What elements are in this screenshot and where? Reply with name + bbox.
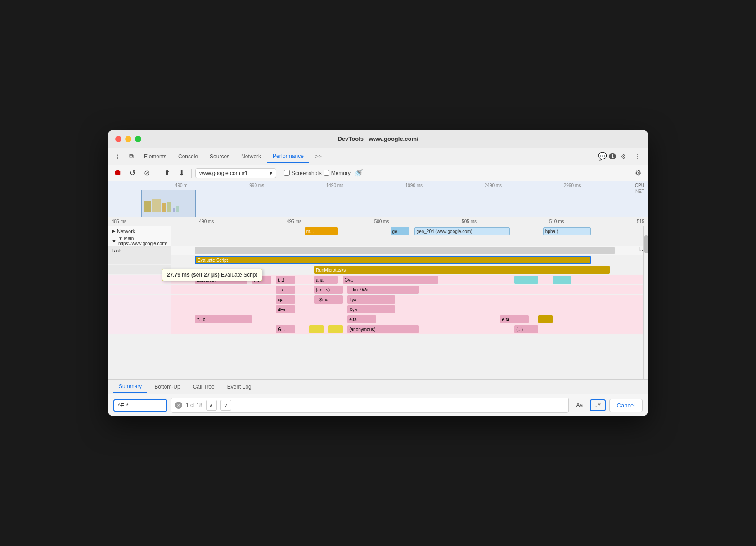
capture-settings-icon[interactable]: ⚙ <box>632 167 644 179</box>
tab-elements[interactable]: Elements <box>139 151 172 162</box>
tab-performance[interactable]: Performance <box>267 150 309 163</box>
overview-mark-3: 1990 ms <box>405 183 423 188</box>
scrollbar-thumb[interactable] <box>644 235 648 253</box>
flame-row-4[interactable]: dFa Xya <box>108 304 648 314</box>
bar-tya[interactable]: Tya <box>347 295 395 304</box>
runmicrotasks-label <box>108 265 171 274</box>
flame-row-3[interactable]: xja _.$ma Tya <box>108 295 648 304</box>
tab-sources[interactable]: Sources <box>204 151 235 162</box>
overview-mark-5: 2990 ms <box>564 183 581 188</box>
bar-eta2[interactable]: e.ta <box>500 315 529 323</box>
bar-cyan2[interactable] <box>553 276 572 284</box>
bar-dot-r[interactable]: (...) <box>514 325 538 333</box>
screenshots-checkbox-label[interactable]: Screenshots <box>284 170 322 176</box>
bar-dfa[interactable]: dFa <box>276 305 295 313</box>
bar-anonymous[interactable]: (anonymous) <box>347 325 419 333</box>
cpu-label: CPU <box>635 183 644 188</box>
bar-sma[interactable]: _.$ma <box>314 295 343 304</box>
task-row: Task T... <box>108 246 648 255</box>
tab-event-log[interactable]: Event Log <box>222 381 257 393</box>
download-button[interactable]: ⬇ <box>175 167 188 179</box>
main-thread-content <box>171 236 648 246</box>
overview-mark-2: 1490 ms <box>326 183 343 188</box>
chat-icon-button[interactable]: 💬 1 <box>598 152 616 161</box>
separator3 <box>280 169 280 178</box>
flame-row-5[interactable]: Y...b e.ta e.ta <box>108 314 648 324</box>
tooltip-label: Evaluate Script <box>221 272 257 278</box>
clear-search-icon[interactable]: ✕ <box>175 402 182 409</box>
network-bar-gen204[interactable]: gen_204 (www.google.com) <box>414 227 510 235</box>
network-bar-m[interactable]: m... <box>305 227 338 235</box>
upload-button[interactable]: ⬆ <box>161 167 173 179</box>
search-results-area: ✕ 1 of 18 ∧ ∨ <box>171 398 569 413</box>
main-thread-text: ▼ Main — https://www.google.com/ <box>118 236 171 246</box>
tab-bottom-up[interactable]: Bottom-Up <box>149 381 185 393</box>
minimize-button[interactable] <box>125 136 131 142</box>
bar-anans[interactable]: (an...s) <box>314 286 343 294</box>
dropdown-icon: ▾ <box>270 170 272 176</box>
match-case-button[interactable]: Aa <box>572 400 586 410</box>
memory-checkbox[interactable] <box>324 170 329 176</box>
regex-button[interactable]: .* <box>590 399 605 411</box>
tab-console[interactable]: Console <box>173 151 203 162</box>
reload-record-button[interactable]: ↺ <box>126 167 139 179</box>
memory-label: Memory <box>331 170 351 176</box>
evaluate-script-bar[interactable]: Evaluate Script <box>195 256 591 264</box>
search-input[interactable] <box>118 402 154 409</box>
close-button[interactable] <box>115 136 122 142</box>
bar-cyan1[interactable] <box>514 276 538 284</box>
bar-dotx[interactable]: _.x <box>276 286 295 294</box>
tick-2: 495 ms <box>287 219 302 224</box>
bar-xja[interactable]: xja <box>276 295 295 304</box>
tab-call-tree[interactable]: Call Tree <box>188 381 220 393</box>
tick-5: 510 ms <box>549 219 564 224</box>
device-toolbar-icon[interactable]: ⧉ <box>125 150 138 163</box>
network-bar-ge[interactable]: ge <box>391 227 410 235</box>
tab-more[interactable]: >> <box>310 151 327 162</box>
record-button[interactable]: ⏺ <box>112 167 124 179</box>
tab-summary[interactable]: Summary <box>113 380 147 393</box>
network-bar-hpba[interactable]: hpba ( <box>543 227 591 235</box>
bar-yellow-sq2[interactable] <box>328 325 343 333</box>
evaluate-script-content: Evaluate Script <box>171 255 648 264</box>
main-thread-header: ▼ ▼ Main — https://www.google.com/ <box>108 236 648 246</box>
more-menu-icon[interactable]: ⋮ <box>631 151 644 162</box>
bar-yellow-sq1[interactable] <box>309 325 324 333</box>
cancel-search-button[interactable]: Cancel <box>609 399 643 412</box>
bar-gya[interactable]: Gya <box>343 276 438 284</box>
task-bar[interactable] <box>195 247 615 254</box>
inspect-element-icon[interactable]: ⊹ <box>112 150 124 163</box>
flame-row-6-content: G... (anonymous) (...) <box>171 324 648 334</box>
runmicrotasks-bar[interactable]: RunMicrotasks <box>314 266 610 274</box>
maximize-button[interactable] <box>135 136 141 142</box>
network-row[interactable]: ▶ Network m... ge gen_204 (www.google.co… <box>108 226 648 236</box>
flame-chart-main: ▶ Network m... ge gen_204 (www.google.co… <box>108 226 648 379</box>
evaluate-script-row[interactable]: Evaluate Script <box>108 255 648 265</box>
time-ruler: 485 ms 490 ms 495 ms 500 ms 505 ms 510 m… <box>108 217 648 226</box>
bar-yb[interactable]: Y...b <box>195 315 252 323</box>
search-prev-button[interactable]: ∧ <box>206 400 217 411</box>
tick-3: 500 ms <box>374 219 389 224</box>
bar-dot2[interactable]: (...) <box>276 276 295 284</box>
memory-checkbox-label[interactable]: Memory <box>324 170 351 176</box>
tab-network[interactable]: Network <box>236 151 266 162</box>
search-next-button[interactable]: ∨ <box>220 400 231 411</box>
overview-chart: 490 m 990 ms 1490 ms 1990 ms 2490 ms 299… <box>108 181 648 217</box>
vertical-scrollbar[interactable] <box>644 226 648 379</box>
traffic-lights <box>115 136 141 142</box>
bar-ana[interactable]: ana <box>314 276 338 284</box>
clear-button[interactable]: ⊘ <box>140 167 153 179</box>
settings-icon[interactable]: ⚙ <box>617 151 630 162</box>
screenshots-checkbox[interactable] <box>284 170 290 176</box>
bar-yellow-r[interactable] <box>538 315 553 323</box>
bar-g[interactable]: G... <box>276 325 295 333</box>
bar-eta1[interactable]: e.ta <box>347 315 376 323</box>
flame-row-6[interactable]: G... (anonymous) (...) <box>108 324 648 334</box>
tick-6: 515 <box>637 219 644 224</box>
url-selector[interactable]: www.google.com #1 ▾ <box>195 168 276 178</box>
bar-xya[interactable]: Xya <box>347 305 395 313</box>
flame-row-2[interactable]: _.x (an...s) _.lm.ZWa <box>108 285 648 295</box>
network-throttle-icon[interactable]: 🚿 <box>352 167 365 179</box>
bar-lmzwa[interactable]: _.lm.ZWa <box>347 286 419 294</box>
devtools-tab-bar: ⊹ ⧉ Elements Console Sources Network Per… <box>108 148 648 165</box>
